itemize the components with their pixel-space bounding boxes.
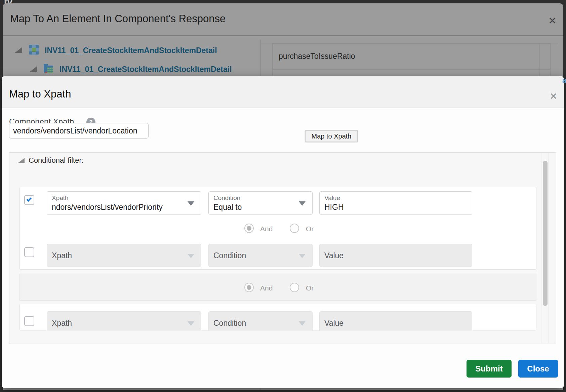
condition-field-label: Condition	[213, 251, 246, 260]
filter-row3-condition-dropdown[interactable]: Condition	[208, 311, 313, 330]
filter-group-1: Xpath ndors/vendorsList/vendorPriority C…	[19, 187, 536, 270]
response-element-row[interactable]: purchaseToIssueRatio	[272, 43, 551, 70]
or-radio[interactable]	[290, 283, 299, 292]
section-expander-icon[interactable]	[18, 158, 25, 163]
tree-item-response[interactable]: INV11_01_CreateStockItemAndStockItemDeta…	[59, 65, 232, 74]
filter-row2-xpath-dropdown[interactable]: Xpath	[47, 244, 201, 267]
xpath-field-label: Xpath	[52, 194, 69, 202]
close-icon[interactable]: ✕	[550, 91, 557, 102]
conditional-filter-section: Conditional filter: Xpath ndors/vendorsL…	[9, 152, 556, 344]
xpath-field-label: Xpath	[52, 251, 72, 260]
tree-expander-icon[interactable]	[15, 47, 22, 53]
folder-grid-icon	[44, 64, 54, 74]
condition-field-value: Equal to	[213, 203, 299, 212]
chevron-down-icon	[299, 254, 306, 258]
scrollbar-track[interactable]	[541, 153, 549, 343]
filter-group-2: Xpath Condition Value	[19, 304, 536, 330]
condition-field-label: Condition	[213, 194, 240, 202]
value-field-label: Value	[324, 194, 340, 202]
modal-header: Map to Xpath ✕	[2, 76, 564, 108]
background-modal-title: Map To An Element In Component's Respons…	[10, 13, 226, 25]
chevron-down-icon	[299, 201, 306, 206]
chevron-down-icon	[188, 254, 194, 258]
close-button[interactable]: Close	[518, 360, 558, 378]
or-radio-label: Or	[306, 225, 314, 233]
value-field-value: HIGH	[324, 203, 458, 212]
background-page-text-fragment-right: a	[562, 76, 566, 85]
operator-band: And Or	[19, 274, 536, 301]
or-radio-label: Or	[306, 284, 314, 292]
and-radio-label: And	[260, 225, 273, 233]
filter-row2-value-field[interactable]: Value	[319, 244, 472, 267]
and-radio[interactable]	[244, 283, 254, 292]
xpath-field-label: Xpath	[52, 319, 72, 328]
tree-item-component[interactable]: INV11_01_CreateStockItemAndStockItemDeta…	[45, 46, 217, 55]
tree-expander-icon[interactable]	[30, 66, 37, 72]
scrollbar-thumb[interactable]	[543, 161, 548, 306]
chevron-down-icon	[188, 321, 194, 326]
map-to-xpath-modal: Map to Xpath ✕ Component Xpath ? Map to …	[2, 76, 564, 388]
page: rv a Map To An Element In Component's Re…	[0, 0, 566, 392]
close-icon[interactable]: ✕	[548, 15, 557, 27]
filter-row1-condition-dropdown[interactable]: Condition Equal to	[208, 191, 313, 215]
or-radio[interactable]	[290, 224, 299, 233]
map-to-xpath-tooltip: Map to Xpath	[305, 130, 358, 142]
filter-row1-value-field[interactable]: Value HIGH	[319, 191, 472, 215]
component-icon	[29, 45, 39, 55]
filter-row2-checkbox[interactable]	[24, 247, 34, 257]
filter-row2-condition-dropdown[interactable]: Condition	[208, 244, 313, 267]
value-field-label: Value	[324, 251, 343, 260]
checkmark-icon	[26, 196, 32, 202]
conditional-filter-label: Conditional filter:	[29, 156, 84, 165]
component-xpath-input[interactable]	[9, 123, 149, 139]
filter-row1-checkbox[interactable]	[24, 195, 34, 205]
modal-title: Map to Xpath	[9, 88, 71, 100]
xpath-field-value: ndors/vendorsList/vendorPriority	[52, 203, 188, 212]
response-element-label: purchaseToIssueRatio	[279, 52, 355, 61]
header-divider	[3, 35, 563, 36]
chevron-down-icon	[299, 321, 306, 326]
submit-button[interactable]: Submit	[467, 360, 512, 378]
filter-row3-xpath-dropdown[interactable]: Xpath	[47, 311, 201, 330]
and-radio-label: And	[260, 284, 273, 292]
filter-row3-value-field[interactable]: Value	[319, 311, 472, 330]
condition-field-label: Condition	[213, 319, 246, 328]
value-field-label: Value	[324, 319, 343, 328]
chevron-down-icon	[188, 201, 194, 206]
filter-row3-checkbox[interactable]	[24, 316, 34, 326]
and-radio[interactable]	[244, 224, 254, 233]
filter-row1-xpath-dropdown[interactable]: Xpath ndors/vendorsList/vendorPriority	[47, 191, 201, 215]
